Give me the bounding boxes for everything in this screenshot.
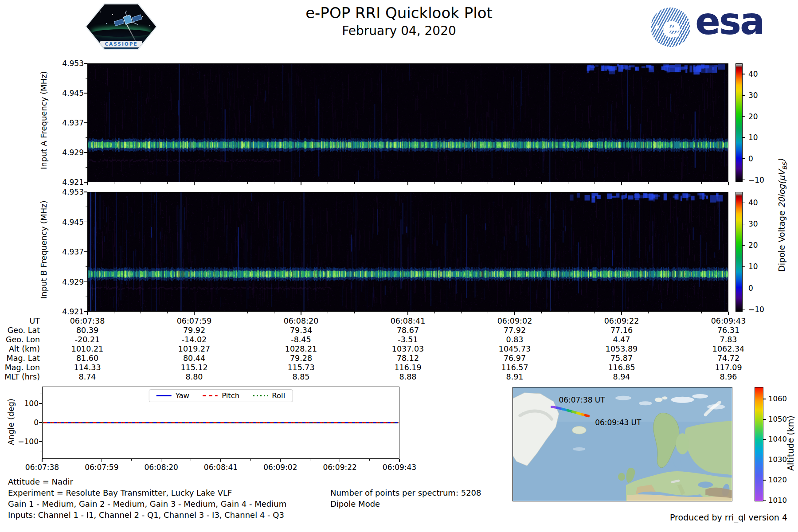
colorbar-tick-label: −10 bbox=[748, 305, 775, 314]
table-cell: 1037.03 bbox=[359, 344, 457, 354]
time-minor-tick bbox=[675, 182, 675, 184]
time-major-tick bbox=[407, 312, 408, 315]
ut-tick-label: 06:09:02 bbox=[466, 316, 563, 326]
table-cell: 0.83 bbox=[466, 335, 563, 344]
freq-tick-label: 4.945 bbox=[49, 88, 84, 98]
colorbar-tick bbox=[743, 245, 745, 246]
angle-time-minor-tick bbox=[369, 459, 370, 461]
altitude-colorbar-tick bbox=[763, 500, 766, 501]
colorbar-label-suffix: ) bbox=[777, 159, 786, 162]
map-iceland bbox=[572, 426, 586, 434]
table-cell: -8.45 bbox=[252, 335, 350, 344]
colorbar-input-a bbox=[735, 63, 743, 182]
time-major-tick bbox=[301, 182, 301, 185]
angle-tick-label: −100 bbox=[1, 437, 39, 446]
time-minor-tick bbox=[274, 312, 274, 313]
table-cell: 1010.21 bbox=[39, 344, 136, 354]
table-cell: 115.73 bbox=[252, 363, 350, 372]
ut-tick-label: 06:07:38 bbox=[39, 316, 136, 326]
time-minor-tick bbox=[461, 312, 462, 313]
colorbar-input-b bbox=[735, 192, 743, 312]
time-minor-tick bbox=[568, 312, 568, 313]
angle-time-tick-label: 06:09:22 bbox=[309, 462, 371, 472]
ut-tick-label: 06:07:59 bbox=[145, 316, 243, 326]
freq-tick-label: 4.929 bbox=[49, 277, 84, 287]
colorbar-tick bbox=[743, 224, 745, 225]
freq-minor-tick bbox=[86, 297, 87, 297]
colorbar-tick bbox=[743, 180, 745, 180]
ut-tick-label: 06:09:43 bbox=[680, 316, 777, 326]
table-cell: 75.87 bbox=[573, 353, 670, 363]
angle-tick-label: 100 bbox=[1, 399, 39, 408]
map-canvas: 06:07:38 UT 06:09:43 UT bbox=[513, 387, 732, 501]
table-cell: 74.72 bbox=[680, 353, 777, 363]
time-minor-tick bbox=[221, 312, 221, 313]
freq-tick-label: 4.937 bbox=[49, 118, 84, 128]
angle-time-tick-label: 06:09:43 bbox=[368, 462, 430, 472]
time-major-tick bbox=[87, 182, 88, 185]
freq-major-tick bbox=[84, 152, 87, 153]
time-minor-tick bbox=[488, 312, 488, 313]
time-minor-tick bbox=[274, 182, 274, 184]
table-cell: 8.80 bbox=[145, 372, 243, 382]
time-minor-tick bbox=[541, 182, 542, 184]
freq-minor-tick bbox=[86, 167, 87, 168]
colorbar-tick bbox=[743, 158, 745, 159]
footnote-dipole-mode: Dipole Mode bbox=[330, 499, 380, 509]
time-minor-tick bbox=[114, 182, 114, 184]
colorbar-tick bbox=[743, 288, 745, 289]
table-cell: 78.12 bbox=[359, 353, 457, 363]
colorbar-altitude bbox=[755, 387, 763, 501]
ground-track-map: 06:07:38 UT 06:09:43 UT bbox=[512, 387, 732, 501]
table-row-label: MLT (hrs) bbox=[0, 372, 40, 382]
colorbar-tick-label: 10 bbox=[748, 262, 775, 271]
table-row-label: Mag. Lat bbox=[0, 353, 40, 363]
table-cell: 1062.34 bbox=[680, 344, 777, 354]
table-cell: 116.19 bbox=[359, 363, 457, 372]
freq-tick-label: 4.921 bbox=[49, 177, 84, 187]
angle-time-minor-tick bbox=[191, 459, 191, 461]
track-end-label: 06:09:43 UT bbox=[595, 418, 642, 427]
table-cell: 1019.27 bbox=[145, 344, 243, 354]
angle-major-tick bbox=[39, 441, 42, 442]
table-row-label: Geo. Lat bbox=[0, 325, 40, 335]
colorbar-tick bbox=[743, 137, 745, 138]
altitude-colorbar-tick-label: 1020 bbox=[768, 475, 790, 485]
colorbar-label-text: Dipole Voltage bbox=[777, 208, 786, 272]
legend-item-yaw: Yaw bbox=[156, 391, 189, 400]
legend-item-roll: Roll bbox=[253, 391, 285, 400]
track-start-label: 06:07:38 UT bbox=[559, 395, 606, 404]
time-minor-tick bbox=[354, 182, 355, 184]
freq-minor-tick bbox=[86, 108, 87, 108]
time-minor-tick bbox=[247, 182, 248, 184]
time-major-tick bbox=[728, 312, 729, 315]
table-cell: 1045.73 bbox=[466, 344, 563, 354]
freq-major-tick bbox=[84, 122, 87, 123]
table-row-label: Mag. Lon bbox=[0, 363, 40, 372]
spectrogram-input-a bbox=[87, 63, 728, 182]
dipole-colorbar-label: Dipole Voltage 20log(μVBS) bbox=[777, 159, 788, 272]
angle-time-minor-tick bbox=[72, 459, 72, 461]
time-major-tick bbox=[194, 182, 195, 185]
table-cell: 8.85 bbox=[252, 372, 350, 382]
angle-minor-tick bbox=[40, 394, 42, 394]
table-cell: 1053.89 bbox=[573, 344, 670, 354]
freq-tick-label: 4.953 bbox=[49, 187, 84, 197]
time-minor-tick bbox=[701, 312, 702, 313]
angle-time-tick-label: 06:07:38 bbox=[11, 462, 73, 472]
time-major-tick bbox=[621, 182, 622, 185]
time-minor-tick bbox=[675, 312, 675, 313]
table-cell: 8.94 bbox=[573, 372, 670, 382]
time-minor-tick bbox=[141, 182, 141, 184]
table-cell: -3.51 bbox=[359, 335, 457, 344]
angle-time-major-tick bbox=[399, 459, 400, 462]
input-b-axis-label: Input B Frequency (MHz) bbox=[39, 200, 48, 299]
ut-tick-label: 06:08:20 bbox=[252, 316, 350, 326]
time-minor-tick bbox=[541, 312, 542, 313]
freq-minor-tick bbox=[86, 78, 87, 78]
angle-major-tick bbox=[39, 422, 42, 423]
time-minor-tick bbox=[648, 312, 649, 313]
table-cell: 79.28 bbox=[252, 353, 350, 363]
time-minor-tick bbox=[381, 312, 381, 313]
angle-time-major-tick bbox=[42, 459, 43, 462]
